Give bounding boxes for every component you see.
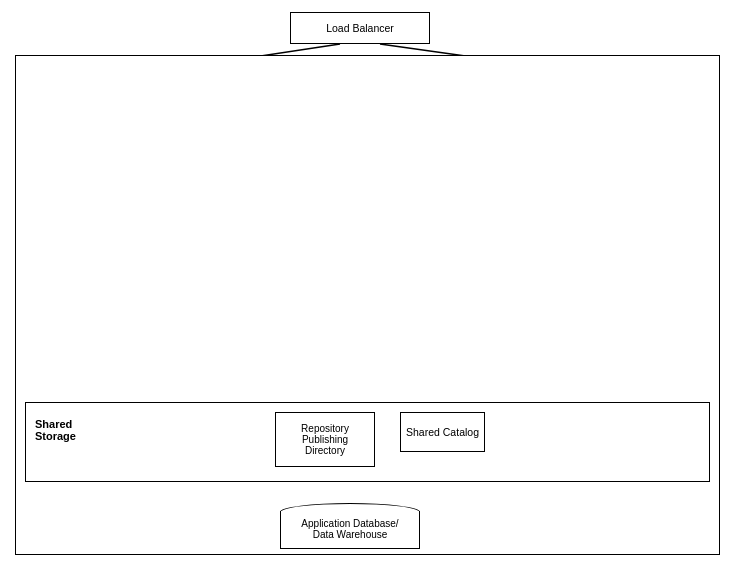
repo-pub-box: RepositoryPublishingDirectory: [275, 412, 375, 467]
shared-catalog-box: Shared Catalog: [400, 412, 485, 452]
app-db-container: Application Database/Data Warehouse: [270, 500, 430, 555]
diagram-container: Load Balancer Machine 1 Machine 2 Admini…: [0, 0, 735, 568]
load-balancer-box: Load Balancer: [290, 12, 430, 44]
cylinder-shape: Application Database/Data Warehouse: [280, 503, 420, 553]
cylinder-body: Application Database/Data Warehouse: [280, 511, 420, 549]
shared-catalog-label: Shared Catalog: [406, 426, 479, 438]
shared-storage-label: SharedStorage: [35, 418, 76, 442]
app-db-label: Application Database/Data Warehouse: [301, 518, 398, 540]
repo-pub-label: RepositoryPublishingDirectory: [301, 423, 349, 456]
load-balancer-label: Load Balancer: [326, 22, 394, 34]
